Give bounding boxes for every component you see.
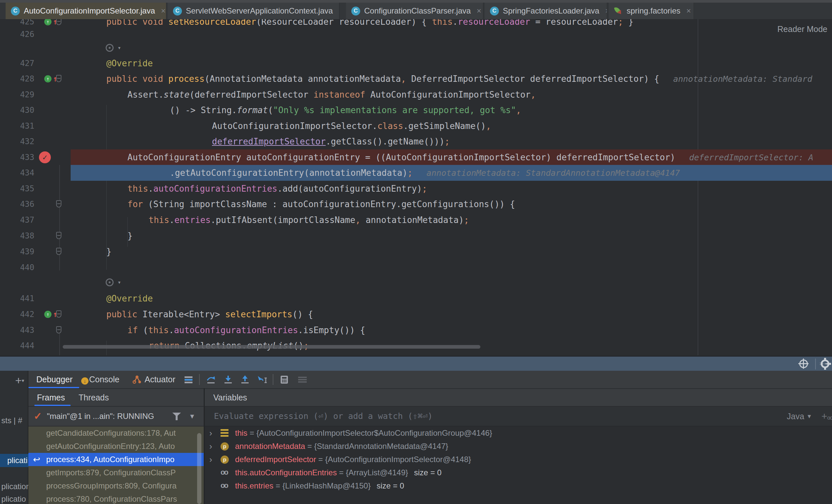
fold-marker-icon[interactable]: – (56, 248, 61, 255)
parameter-icon: p (220, 455, 229, 464)
line-number[interactable]: 427 (0, 55, 34, 71)
editor-horizontal-scrollbar[interactable] (63, 345, 480, 348)
editor-tab[interactable]: CConfigurationClassParser.java× (346, 3, 483, 19)
tab-actuator[interactable]: Actuator (145, 371, 175, 388)
tab-debugger[interactable]: Debugger (36, 371, 73, 388)
line-number[interactable]: 440 (0, 259, 34, 275)
code-line: 427@Override (0, 55, 832, 71)
run-to-cursor-icon[interactable] (257, 375, 267, 385)
service-tree-item[interactable]: sts | # (0, 415, 29, 426)
line-number[interactable]: 426 (0, 26, 34, 42)
chevron-down-icon[interactable]: ▾ (118, 275, 121, 289)
step-out-icon[interactable] (240, 375, 250, 385)
tab-frames[interactable]: Frames (37, 389, 65, 406)
stack-frame-row[interactable]: processGroupImports:809, Configura (28, 479, 204, 493)
frame-label: process:780, ConfigurationClassPars (46, 493, 177, 504)
spring-leaf-icon (614, 7, 623, 15)
show-execution-point-icon[interactable] (799, 360, 808, 368)
ai-inlay-icon[interactable] (106, 44, 113, 52)
fold-marker-icon[interactable]: – (56, 75, 61, 82)
variable-row[interactable]: ›pdeferredImportSelector = {AutoConfigur… (205, 453, 832, 466)
step-into-icon[interactable] (223, 375, 233, 385)
expand-chevron-icon[interactable]: › (209, 453, 212, 466)
this-icon (220, 429, 229, 437)
line-number[interactable]: 431 (0, 118, 34, 134)
stack-frame-row[interactable]: process:780, ConfigurationClassPars (28, 493, 204, 504)
close-icon[interactable]: × (477, 6, 482, 16)
fold-marker-icon[interactable]: – (56, 19, 61, 25)
add-watch-icon[interactable]: +oo (822, 407, 832, 427)
line-number[interactable]: 430 (0, 102, 34, 118)
overriding-method-icon[interactable]: ↑ (44, 19, 52, 25)
code-line: 430() -> String.format("Only %s implemen… (0, 102, 832, 118)
code-text: @Override (106, 55, 153, 71)
language-selector[interactable]: Java ▼ (787, 407, 812, 426)
fold-marker-icon[interactable]: – (56, 232, 61, 239)
ai-inlay-icon[interactable] (106, 278, 113, 286)
line-number[interactable]: 437 (0, 212, 34, 228)
line-number[interactable]: 441 (0, 290, 34, 306)
stack-frame-row[interactable]: getImports:879, ConfigurationClassP (28, 466, 204, 479)
editor-tab[interactable]: CSpringFactoriesLoader.java× (485, 3, 607, 19)
step-over-icon[interactable] (206, 375, 216, 385)
variable-row[interactable]: oothis.entries = {LinkedHashMap@4150}siz… (205, 479, 832, 493)
stack-frame-row[interactable]: getCandidateConfigurations:178, Aut (28, 426, 204, 440)
close-icon[interactable]: × (339, 6, 339, 16)
line-number[interactable]: 436 (0, 196, 34, 212)
evaluate-expression-icon[interactable] (279, 375, 289, 385)
line-number[interactable]: 432 (0, 134, 34, 149)
fold-marker-icon[interactable]: – (56, 310, 61, 318)
tab-console[interactable]: Console (89, 371, 120, 388)
chevron-down-icon[interactable]: ▼ (189, 407, 196, 426)
chevron-down-icon[interactable]: ▾ (118, 40, 121, 55)
line-number[interactable]: 429 (0, 87, 34, 103)
code-editor[interactable]: Reader Mode 425↑↑–public void setResourc… (0, 19, 832, 355)
line-number[interactable]: 434 (0, 165, 34, 181)
muted-extra-icon[interactable] (297, 375, 307, 385)
evaluate-expression-bar[interactable]: Evaluate expression (⏎) or add a watch (… (205, 407, 832, 426)
overriding-method-icon[interactable]: ↑ (44, 75, 52, 82)
overriding-method-icon[interactable]: ↑ (44, 311, 52, 318)
service-tree-item[interactable]: plicatio (0, 494, 29, 504)
tab-label: SpringFactoriesLoader.java (503, 6, 599, 16)
line-number[interactable]: 443 (0, 322, 34, 338)
code-line: 437this.entries.putIfAbsent(importClassN… (0, 212, 832, 228)
variable-row[interactable]: oothis.autoConfigurationEntries = {Array… (205, 466, 832, 479)
close-icon[interactable]: × (686, 6, 691, 16)
editor-tab[interactable]: CServletWebServerApplicationContext.java… (168, 3, 339, 19)
code-text: } (127, 228, 133, 244)
gear-icon[interactable] (821, 360, 829, 368)
variable-row[interactable]: ›pannotationMetadata = {StandardAnnotati… (205, 440, 832, 453)
frames-scrollbar[interactable] (197, 433, 201, 504)
threads-view-icon[interactable] (184, 375, 193, 385)
line-number[interactable]: 428 (0, 71, 34, 87)
filter-icon[interactable] (172, 413, 181, 421)
add-run-configuration-button[interactable]: +▾ (15, 374, 24, 387)
code-text: if (this.autoConfigurationEntries.isEmpt… (127, 322, 365, 338)
inlay-hint-row: ▾ (0, 275, 832, 291)
code-line: 431AutoConfigurationImportSelector.class… (0, 118, 832, 134)
tab-threads[interactable]: Threads (79, 389, 109, 406)
expand-chevron-icon[interactable]: › (209, 440, 212, 453)
line-number[interactable]: 442 (0, 306, 34, 322)
editor-tab[interactable]: CAutoConfigurationImportSelector.java× (6, 3, 166, 19)
thread-selector[interactable]: ✓ "main"@1 in ...ain": RUNNING ▼ (28, 407, 204, 426)
line-number[interactable]: 435 (0, 181, 34, 197)
editor-tab[interactable]: spring.factories× (609, 3, 694, 19)
stack-frame-row[interactable]: getAutoConfigurationEntry:123, Auto (28, 440, 204, 453)
fold-marker-icon[interactable]: – (56, 326, 61, 334)
stack-frame-row[interactable]: ↩process:434, AutoConfigurationImpo (28, 453, 204, 466)
line-number[interactable]: 439 (0, 244, 34, 259)
close-icon[interactable]: × (605, 6, 607, 16)
variable-row[interactable]: ›this = {AutoConfigurationImportSelector… (205, 426, 832, 440)
service-tree-item[interactable]: plication (0, 481, 29, 492)
line-number[interactable]: 438 (0, 228, 34, 244)
verified-breakpoint-icon[interactable]: ✓ (39, 151, 51, 163)
line-number[interactable]: 433 (0, 149, 34, 165)
line-number[interactable]: 444 (0, 338, 34, 354)
close-icon[interactable]: × (161, 6, 166, 16)
expand-chevron-icon[interactable]: › (209, 426, 212, 440)
code-text: this.entries.putIfAbsent(importClassName… (149, 212, 469, 228)
fold-marker-icon[interactable]: – (56, 200, 61, 207)
debugger-inline-hint: deferredImportSelector: A (689, 153, 813, 162)
